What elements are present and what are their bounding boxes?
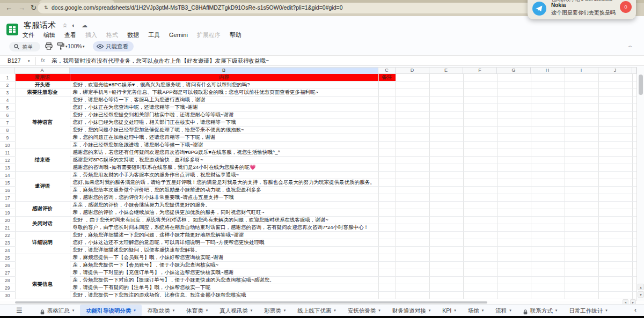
sheet-tab-13[interactable]: 日常工作统计▾: [563, 305, 613, 316]
cell-D23[interactable]: [396, 239, 429, 247]
cell-G14[interactable]: [497, 172, 531, 179]
cell-E27[interactable]: [429, 269, 463, 277]
cell-F11[interactable]: [463, 149, 497, 157]
cell-G18[interactable]: [497, 202, 531, 209]
cell-B1[interactable]: 内容: [70, 74, 378, 82]
cell-E26[interactable]: [429, 262, 463, 269]
cell-C24[interactable]: [378, 247, 396, 254]
row-header-22[interactable]: 22: [0, 232, 15, 239]
cell-G16[interactable]: [497, 187, 531, 194]
cell-F10[interactable]: [463, 142, 497, 149]
row-header-20[interactable]: 20: [0, 217, 15, 224]
cell-F1[interactable]: [463, 74, 497, 82]
cell-G30[interactable]: [497, 292, 531, 299]
cell-D30[interactable]: [396, 292, 429, 299]
refresh-icon[interactable]: ↻: [31, 3, 36, 13]
back-icon[interactable]: ←: [5, 3, 12, 13]
tab-caret-icon[interactable]: ▾: [72, 305, 75, 316]
cell-I10[interactable]: [565, 142, 598, 149]
cell-J27[interactable]: [598, 269, 632, 277]
cell-G12[interactable]: [497, 157, 531, 164]
cell-J15[interactable]: [598, 179, 632, 187]
cell-H26[interactable]: [531, 262, 565, 269]
cell-I29[interactable]: [565, 284, 598, 292]
cell-C4[interactable]: [378, 97, 396, 104]
sheet-tab-3[interactable]: 体育类▾: [180, 305, 214, 316]
column-header-D[interactable]: D: [396, 68, 429, 74]
cell-B14[interactable]: 亲，劳烦您用发财的小手为客服本次的服务作出点评哦，祝您财运亨通哦~: [70, 172, 378, 179]
row-header-11[interactable]: 11: [0, 149, 15, 157]
cell-G26[interactable]: [497, 262, 531, 269]
paint-format-icon[interactable]: [57, 42, 64, 50]
cell-E9[interactable]: [429, 134, 463, 142]
cell-H16[interactable]: [531, 187, 565, 194]
row-header-23[interactable]: 23: [0, 239, 15, 247]
tab-caret-icon[interactable]: ▾: [429, 305, 431, 316]
cell-F21[interactable]: [463, 224, 497, 232]
cell-E19[interactable]: [429, 209, 463, 217]
menu-item-9[interactable]: 帮助: [230, 31, 241, 39]
cell-G22[interactable]: [497, 232, 531, 239]
row-header-14[interactable]: 14: [0, 172, 15, 179]
cell-H6[interactable]: [531, 112, 565, 119]
cell-B2[interactable]: 您好，欢迎光临♥8PG娱乐♥，很高兴为您服务呢，请问有什么可以帮到您的吗?: [70, 82, 378, 89]
vertical-scrollbar[interactable]: ▴ ▾: [636, 67, 644, 301]
cell-G1[interactable]: [497, 74, 531, 82]
cell-H22[interactable]: [531, 232, 565, 239]
sheet-tab-4[interactable]: 真人视讯类▾: [214, 305, 258, 316]
menu-item-1[interactable]: 编辑: [43, 31, 55, 39]
cell-B29[interactable]: 亲，请提供一下有疑问的【注单号】哦，小妹帮您核实一下呢: [70, 284, 378, 292]
cell-F25[interactable]: [463, 254, 497, 262]
cell-J21[interactable]: [598, 224, 632, 232]
cell-D19[interactable]: [396, 209, 429, 217]
cell-B13[interactable]: 感谢您的咨询哦~如有需要随时联系在线客服，我们是24小时在线为您服务的呢💗: [70, 164, 378, 172]
cell-I13[interactable]: [565, 164, 598, 172]
cell-H20[interactable]: [531, 217, 565, 224]
cell-H18[interactable]: [531, 202, 565, 209]
cell-D15[interactable]: [396, 179, 429, 187]
cell-C25[interactable]: [378, 254, 396, 262]
row-header-26[interactable]: 26: [0, 262, 15, 269]
cell-J4[interactable]: [598, 97, 632, 104]
cell-H12[interactable]: [531, 157, 565, 164]
cell-H8[interactable]: [531, 127, 565, 134]
name-box[interactable]: B127: [8, 57, 21, 64]
cell-I17[interactable]: [565, 194, 598, 202]
cell-B28[interactable]: 亲，劳烦您提供一下对应的【提现订单号】，便于小妹更快速的为您查询核实哦~感谢您。: [70, 277, 378, 284]
cell-F16[interactable]: [463, 187, 497, 194]
cell-D21[interactable]: [396, 224, 429, 232]
horizontal-scrollbar-thumb[interactable]: [15, 301, 487, 304]
cell-F30[interactable]: [463, 292, 497, 299]
cell-B20[interactable]: 您好 ，由于您长时间未有回应，系统将关闭对话框， 如您尚有未解决的问题，欢迎您随…: [70, 217, 378, 224]
zoom-level[interactable]: 100%: [68, 43, 82, 49]
cell-C12[interactable]: [378, 157, 396, 164]
cell-J29[interactable]: [598, 284, 632, 292]
cell-I15[interactable]: [565, 179, 598, 187]
cell-E5[interactable]: [429, 104, 463, 112]
row-header-28[interactable]: 28: [0, 277, 15, 284]
cell-F17[interactable]: [463, 194, 497, 202]
spreadsheet-grid[interactable]: 1常用语内容备注2开头语您好，欢迎光临♥8PG娱乐♥，很高兴为您服务呢，请问有什…: [0, 74, 636, 301]
cell-E13[interactable]: [429, 164, 463, 172]
cell-D16[interactable]: [396, 187, 429, 194]
cell-I30[interactable]: [565, 292, 598, 299]
cell-D5[interactable]: [396, 104, 429, 112]
document-title[interactable]: 客服话术: [24, 20, 56, 31]
cell-J13[interactable]: [598, 164, 632, 172]
cell-C28[interactable]: [378, 277, 396, 284]
cell-G11[interactable]: [497, 149, 531, 157]
cell-C13[interactable]: [378, 164, 396, 172]
cell-D8[interactable]: [396, 127, 429, 134]
cell-G20[interactable]: [497, 217, 531, 224]
cell-I20[interactable]: [565, 217, 598, 224]
scroll-down-icon[interactable]: ▾: [638, 291, 644, 298]
menu-item-5[interactable]: 数据: [127, 31, 139, 39]
cell-H2[interactable]: [531, 82, 565, 89]
cell-J26[interactable]: [598, 262, 632, 269]
cell-E23[interactable]: [429, 239, 463, 247]
cell-I2[interactable]: [565, 82, 598, 89]
cell-G28[interactable]: [497, 277, 531, 284]
cell-C26[interactable]: [378, 262, 396, 269]
row-header-27[interactable]: 27: [0, 269, 15, 277]
sheet-tab-6[interactable]: 线上线下优惠▾: [291, 305, 342, 316]
